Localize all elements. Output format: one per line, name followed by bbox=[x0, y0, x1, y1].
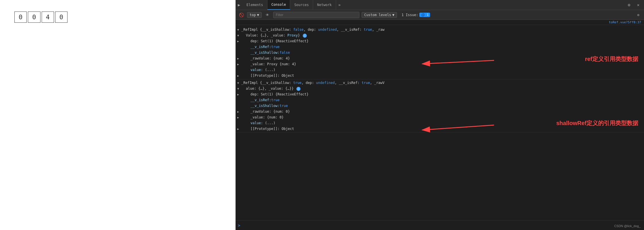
devtools-topbar: ▶ Elements Console Sources Network » ⚙ ✕ bbox=[236, 0, 644, 10]
expand-arrow-12[interactable] bbox=[237, 92, 239, 97]
more-tabs-icon[interactable]: » bbox=[336, 3, 343, 7]
tab-elements[interactable]: Elements bbox=[242, 0, 267, 10]
file-reference: toRef.vue?5ff8:37 bbox=[236, 20, 644, 25]
issues-badge: 1 Issue: 🔵 1 bbox=[399, 12, 432, 18]
log-line-4: __v_isRef: true bbox=[236, 44, 644, 50]
log-line-14: __v_isShallow: true bbox=[236, 103, 644, 109]
log-block-1: _RefImpl {__v_isShallow: false, dep: und… bbox=[236, 26, 644, 79]
tab-network[interactable]: Network bbox=[313, 0, 336, 10]
counter-box-2: 4 bbox=[42, 12, 54, 23]
expand-arrow-9[interactable] bbox=[237, 73, 239, 78]
counter-box-3: 0 bbox=[55, 12, 68, 23]
log-line-15: _rawValue: {num: 0} bbox=[236, 109, 644, 114]
expand-arrow-16[interactable] bbox=[237, 115, 239, 120]
run-icon[interactable]: ▶ bbox=[236, 1, 242, 8]
devtools-panel: ▶ Elements Console Sources Network » ⚙ ✕ bbox=[236, 0, 644, 230]
log-line-13: __v_isRef: true bbox=[236, 97, 644, 103]
watermark: CSDN @lick_dog_ bbox=[614, 224, 641, 228]
log-line-7: _value: Proxy {num: 4} bbox=[236, 61, 644, 67]
counter-box-0: 0 bbox=[14, 12, 27, 23]
left-panel: 0 0 4 0 bbox=[0, 0, 236, 230]
annotation-text-shallowref: shallowRef定义的引用类型数据 bbox=[556, 119, 638, 127]
log-line-10: _RefImpl {__v_isShallow: true, dep: unde… bbox=[236, 80, 644, 86]
log-line-2: Value: {…}, _value: Proxy} i bbox=[236, 32, 644, 38]
issue-count-badge: 🔵 1 bbox=[419, 13, 430, 17]
close-icon[interactable]: ✕ bbox=[635, 1, 642, 8]
filter-input[interactable] bbox=[273, 12, 359, 18]
annotation-text-ref: ref定义引用类型数据 bbox=[585, 55, 638, 63]
log-line-6: _rawValue: {num: 4} bbox=[236, 55, 644, 61]
log-line-8: value: (...) bbox=[236, 67, 644, 73]
expand-arrow-3[interactable] bbox=[237, 39, 239, 44]
log-line-11: alue: {…}, _value: {…}} i bbox=[236, 86, 644, 91]
chevron-down-icon: ▼ bbox=[257, 13, 259, 17]
custom-levels-dropdown[interactable]: Custom levels ▼ bbox=[362, 12, 397, 18]
devtools-tabs: Elements Console Sources Network » bbox=[242, 0, 343, 10]
tab-console[interactable]: Console bbox=[267, 0, 290, 10]
console-input-row: > bbox=[236, 220, 644, 230]
log-line-1: _RefImpl {__v_isShallow: false, dep: und… bbox=[236, 27, 644, 32]
expand-arrow-2[interactable] bbox=[237, 33, 239, 38]
log-line-12: dep: Set(1) {ReactiveEffect} bbox=[236, 91, 644, 97]
settings-icon[interactable]: ⚙ bbox=[626, 1, 633, 8]
expand-arrow-1[interactable] bbox=[237, 27, 239, 32]
expand-arrow-11[interactable] bbox=[237, 86, 239, 91]
expand-arrow-6[interactable] bbox=[237, 56, 239, 61]
expand-arrow-15[interactable] bbox=[237, 109, 239, 114]
log-line-9: [[Prototype]]: Object bbox=[236, 73, 644, 78]
tab-sources[interactable]: Sources bbox=[290, 0, 313, 10]
clear-console-icon[interactable]: 🚫 bbox=[238, 12, 245, 18]
expand-arrow-10[interactable] bbox=[237, 80, 239, 86]
counter-box-1: 0 bbox=[28, 12, 40, 23]
log-line-5: __v_isShallow: false bbox=[236, 50, 644, 55]
console-settings-icon[interactable]: ⚙ bbox=[635, 12, 642, 18]
chevron-down-icon-2: ▼ bbox=[392, 13, 394, 17]
context-selector[interactable]: top ▼ bbox=[247, 12, 262, 18]
eye-icon[interactable]: 👁 bbox=[264, 12, 271, 18]
counter-display: 0 0 4 0 bbox=[14, 12, 68, 23]
issue-icon: 🔵 bbox=[421, 13, 425, 17]
expand-arrow-18[interactable] bbox=[237, 126, 239, 132]
console-toolbar: 🚫 top ▼ 👁 Custom levels ▼ 1 Issue: 🔵 1 ⚙ bbox=[236, 10, 644, 20]
log-line-3: dep: Set(1) {ReactiveEffect} bbox=[236, 38, 644, 44]
console-prompt-icon: > bbox=[238, 223, 240, 228]
devtools-wrapper: ▶ Elements Console Sources Network » ⚙ ✕ bbox=[236, 0, 644, 230]
expand-arrow-7[interactable] bbox=[237, 62, 239, 67]
